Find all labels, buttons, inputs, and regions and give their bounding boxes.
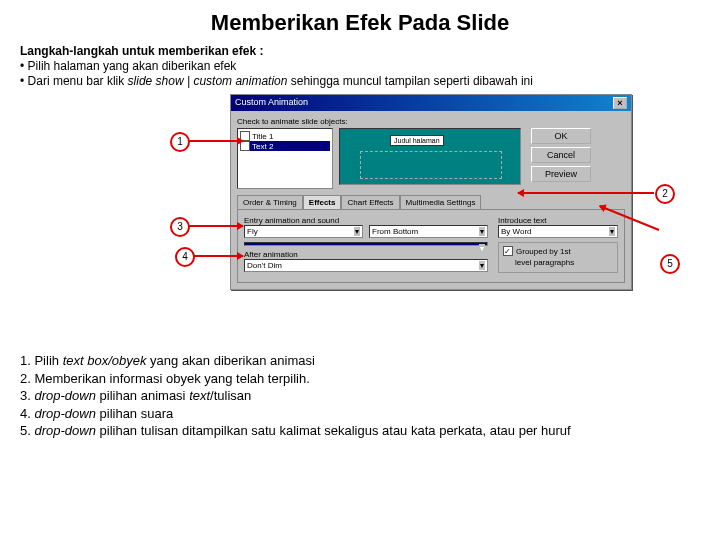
callout-1: 1 bbox=[170, 132, 190, 152]
arrow-icon bbox=[193, 255, 243, 257]
sound-dropdown[interactable] bbox=[244, 242, 488, 246]
animate-objects-list[interactable]: Title 1 ✓Text 2 bbox=[237, 128, 333, 189]
introduce-text-dropdown[interactable]: By Word bbox=[498, 225, 618, 238]
legend-item: 5. drop-down pilihan tulisan ditampilkan… bbox=[20, 422, 700, 440]
steps-intro: Langkah-langkah untuk memberikan efek : bbox=[20, 44, 700, 58]
list-item[interactable]: Title 1 bbox=[240, 131, 330, 141]
after-label: After animation bbox=[244, 250, 488, 259]
callout-5: 5 bbox=[660, 254, 680, 274]
effects-panel: Entry animation and sound Fly From Botto… bbox=[237, 209, 625, 283]
grouping-options: ✓Grouped by 1st level paragraphs bbox=[498, 242, 618, 273]
check-caption: Check to animate slide objects: bbox=[237, 117, 625, 126]
legend-item: 1. Pilih text box/obyek yang akan diberi… bbox=[20, 352, 700, 370]
callout-4: 4 bbox=[175, 247, 195, 267]
step-1: Pilih halaman yang akan diberikan efek bbox=[20, 59, 700, 73]
after-animation-dropdown[interactable]: Don't Dim bbox=[244, 259, 488, 272]
annotated-screenshot: Custom Animation × Check to animate slid… bbox=[20, 94, 700, 324]
close-icon[interactable]: × bbox=[613, 97, 627, 109]
arrow-icon bbox=[518, 192, 654, 194]
preview-button[interactable]: Preview bbox=[531, 166, 591, 182]
entry-label: Entry animation and sound bbox=[244, 216, 488, 225]
tab-chart-effects[interactable]: Chart Effects bbox=[341, 195, 399, 209]
arrow-icon bbox=[188, 225, 243, 227]
animation-dropdown[interactable]: Fly bbox=[244, 225, 363, 238]
tab-order-timing[interactable]: Order & Timing bbox=[237, 195, 303, 209]
legend: 1. Pilih text box/obyek yang akan diberi… bbox=[20, 352, 700, 440]
ok-button[interactable]: OK bbox=[531, 128, 591, 144]
introduce-text-label: Introduce text bbox=[498, 216, 618, 225]
arrow-icon bbox=[188, 140, 243, 142]
list-item[interactable]: ✓Text 2 bbox=[240, 141, 330, 151]
dialog-title: Custom Animation bbox=[235, 97, 308, 109]
page-title: Memberikan Efek Pada Slide bbox=[20, 10, 700, 36]
legend-item: 2. Memberikan informasi obyek yang telah… bbox=[20, 370, 700, 388]
callout-3: 3 bbox=[170, 217, 190, 237]
dialog-tabs: Order & TimingEffectsChart EffectsMultim… bbox=[237, 195, 625, 209]
tab-effects[interactable]: Effects bbox=[303, 195, 342, 209]
legend-item: 3. drop-down pilihan animasi text/tulisa… bbox=[20, 387, 700, 405]
direction-dropdown[interactable]: From Bottom bbox=[369, 225, 488, 238]
preview-panel: Judul halaman bbox=[339, 128, 521, 185]
dialog-titlebar: Custom Animation × bbox=[231, 95, 631, 111]
checkbox-icon[interactable]: ✓ bbox=[503, 246, 513, 256]
cancel-button[interactable]: Cancel bbox=[531, 147, 591, 163]
tab-multimedia[interactable]: Multimedia Settings bbox=[400, 195, 482, 209]
step-2: Dari menu bar klik slide show | custom a… bbox=[20, 74, 700, 88]
callout-2: 2 bbox=[655, 184, 675, 204]
legend-item: 4. drop-down pilihan suara bbox=[20, 405, 700, 423]
